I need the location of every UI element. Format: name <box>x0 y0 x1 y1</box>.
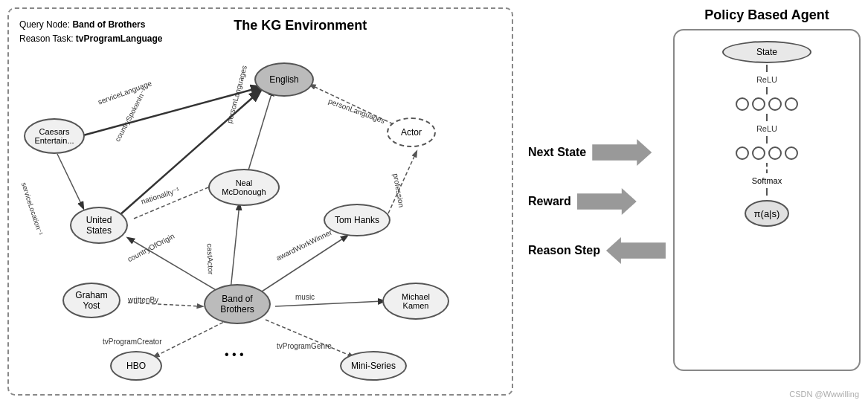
reason-step-row: Reason Step <box>528 237 666 264</box>
edge-profession: profession <box>392 173 406 208</box>
query-info: Query Node: Band of Brothers Reason Task… <box>19 18 163 46</box>
reward-arrow <box>577 188 637 215</box>
edge-award-work-winner: awardWorkWinner <box>275 228 334 262</box>
query-node-label: Query Node: <box>19 19 70 30</box>
svg-line-11 <box>275 301 385 306</box>
layer2-dot1 <box>736 146 749 160</box>
query-node-value: Band of Brothers <box>72 19 145 30</box>
node-actor: Actor <box>387 117 436 147</box>
relu1-label: ReLU <box>756 75 777 84</box>
svg-line-4 <box>57 154 83 208</box>
softmax-label: Softmax <box>752 176 782 185</box>
svg-line-12 <box>154 320 228 357</box>
relu2-label: ReLU <box>756 124 777 133</box>
edge-service-location: serviceLocation⁻¹ <box>20 181 45 236</box>
kg-title: The KG Environment <box>234 18 367 33</box>
reward-row: Reward <box>528 188 637 215</box>
kg-panel: Query Node: Band of Brothers Reason Task… <box>7 7 513 396</box>
main-container: Query Node: Band of Brothers Reason Task… <box>0 0 868 403</box>
node-english: English <box>254 62 314 97</box>
line-layer1-relu2 <box>766 114 768 121</box>
reward-label: Reward <box>528 195 571 208</box>
line-softmax-pi <box>766 188 768 196</box>
node-tom-hanks: Tom Hanks <box>324 204 390 236</box>
state-node: State <box>722 41 811 63</box>
layer1-dot2 <box>752 97 765 111</box>
dashed-line-softmax <box>766 163 768 173</box>
node-michael-kamen: MichaelKamen <box>382 283 449 320</box>
next-state-label: Next State <box>528 146 586 159</box>
node-band-of-brothers: Band ofBrothers <box>204 284 271 324</box>
line-relu2-layer2 <box>766 136 768 144</box>
layer2-dot3 <box>768 146 782 160</box>
watermark: CSDN @Wwwilling <box>789 390 859 399</box>
svg-line-7 <box>231 204 239 290</box>
agent-title: Policy Based Agent <box>673 7 861 23</box>
edge-written-by: writtenBy <box>128 296 158 304</box>
node-mini-series: Mini-Series <box>340 351 407 381</box>
edge-tv-program-genre: tvProgramGenre <box>277 342 332 350</box>
edge-country-of-origin: countryOfOrigin <box>126 232 176 264</box>
node-neal: NealMcDonough <box>208 169 280 206</box>
layer2-dot2 <box>752 146 765 160</box>
middle-section: Next State Reward Reason Step <box>521 7 666 396</box>
agent-panel: Policy Based Agent State ReLU ReLU <box>673 7 861 396</box>
edge-cast-actor: castActor <box>206 243 215 274</box>
svg-line-13 <box>266 320 353 357</box>
svg-line-2 <box>245 89 273 180</box>
node-graham: GrahamYost <box>62 283 120 318</box>
node-united-states: UnitedStates <box>70 207 128 244</box>
line-relu1-layer1 <box>766 87 768 94</box>
edge-person-languages-neal: personLanguages <box>225 65 248 124</box>
node-hbo: HBO <box>110 351 162 381</box>
next-state-row: Next State <box>528 139 652 166</box>
layer1-dot4 <box>785 97 798 111</box>
node-caesars: CaesarsEntertain... <box>24 118 85 154</box>
reason-task-value: tvProgramLanguage <box>76 33 163 44</box>
edge-music: music <box>295 293 315 301</box>
line-state-relu1 <box>766 65 768 72</box>
layer2-dots <box>736 146 798 160</box>
next-state-arrow <box>592 139 652 166</box>
layer1-dot1 <box>736 97 749 111</box>
edge-nationality: nationality⁻¹ <box>140 186 180 206</box>
layer2-dot4 <box>785 146 798 160</box>
reason-step-arrow <box>606 237 666 264</box>
edge-tv-program-creator: tvProgramCreator <box>103 338 161 346</box>
layer1-dot3 <box>768 97 782 111</box>
pi-node: π(a|s) <box>745 200 789 227</box>
reason-step-label: Reason Step <box>528 244 600 257</box>
layer1-dots <box>736 97 798 111</box>
agent-inner: State ReLU ReLU <box>673 29 861 371</box>
ellipsis-dots: • • • <box>225 348 244 361</box>
reason-task-label: Reason Task: <box>19 33 74 44</box>
edge-person-languages-actor: personLanguages <box>327 97 386 125</box>
